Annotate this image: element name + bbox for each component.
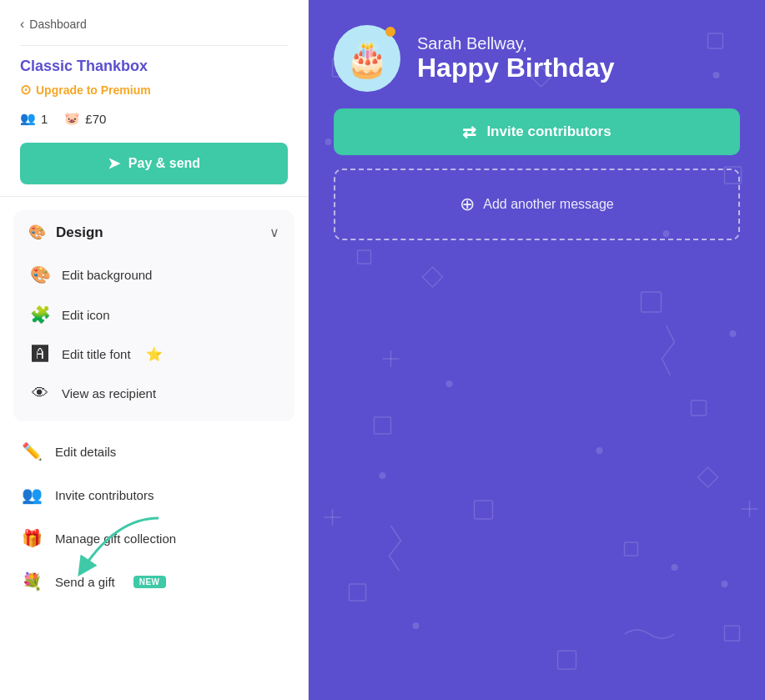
manage-gift-icon: 🎁 bbox=[20, 528, 43, 548]
design-section-header[interactable]: 🎨 Design ∨ bbox=[13, 210, 294, 254]
svg-marker-32 bbox=[698, 467, 718, 487]
sidebar-header: ‹ Dashboard Classic Thankbox ⊙ Upgrade t… bbox=[0, 0, 308, 197]
main-header: 🎂 Sarah Bellway, Happy Birthday bbox=[309, 0, 765, 108]
svg-rect-7 bbox=[475, 501, 493, 519]
sidebar-nav: ✏️ Edit details 👥 Invite contributors 🎁 … bbox=[0, 421, 308, 612]
design-item-edit-background[interactable]: 🎨 Edit background bbox=[13, 254, 294, 295]
premium-star-icon: ⭐ bbox=[146, 346, 163, 362]
svg-point-21 bbox=[325, 138, 332, 145]
contributors-stat: 👥 1 bbox=[20, 111, 48, 126]
send-a-gift-label: Send a gift bbox=[55, 575, 115, 589]
svg-rect-6 bbox=[692, 400, 707, 415]
header-text: Sarah Bellway, Happy Birthday bbox=[417, 34, 614, 83]
pay-send-label: Pay & send bbox=[128, 156, 200, 171]
design-item-edit-title-font[interactable]: 🅰 Edit title font ⭐ bbox=[13, 335, 294, 374]
sidebar: ‹ Dashboard Classic Thankbox ⊙ Upgrade t… bbox=[0, 0, 309, 700]
svg-marker-31 bbox=[423, 267, 443, 287]
plus-icon: ⊕ bbox=[460, 194, 475, 215]
svg-point-24 bbox=[730, 330, 737, 337]
svg-point-25 bbox=[380, 472, 386, 479]
upgrade-label: Upgrade to Premium bbox=[36, 83, 151, 97]
invite-btn-label: Invite contributors bbox=[486, 123, 611, 140]
add-message-label: Add another message bbox=[483, 197, 614, 212]
piggy-icon: 🐷 bbox=[64, 111, 80, 126]
send-icon: ➤ bbox=[108, 154, 120, 173]
svg-rect-4 bbox=[642, 292, 662, 312]
design-items: 🎨 Edit background 🧩 Edit icon 🅰 Edit tit… bbox=[13, 254, 294, 421]
nav-item-invite-contributors[interactable]: 👥 Invite contributors bbox=[0, 473, 308, 516]
edit-details-icon: ✏️ bbox=[20, 441, 43, 461]
premium-icon: ⊙ bbox=[20, 82, 31, 98]
nav-item-send-a-gift[interactable]: 💐 Send a gift NEW bbox=[0, 560, 308, 603]
manage-gift-label: Manage gift collection bbox=[55, 531, 176, 546]
edit-background-label: Edit background bbox=[62, 268, 152, 282]
invite-contributors-label: Invite contributors bbox=[55, 488, 154, 502]
design-section-card: 🎨 Design ∨ 🎨 Edit background 🧩 Edit icon… bbox=[13, 210, 294, 421]
svg-point-26 bbox=[596, 447, 603, 454]
pay-send-button[interactable]: ➤ Pay & send bbox=[20, 143, 288, 184]
svg-point-28 bbox=[413, 622, 420, 629]
birthday-icon-circle: 🎂 bbox=[334, 25, 400, 92]
edit-icon-label: Edit icon bbox=[62, 308, 110, 322]
svg-rect-11 bbox=[558, 651, 576, 669]
amount-stat: 🐷 £70 bbox=[64, 111, 106, 126]
recipient-title: Happy Birthday bbox=[417, 53, 614, 83]
chevron-down-icon: ∨ bbox=[269, 224, 279, 240]
edit-title-font-label: Edit title font bbox=[62, 347, 131, 361]
invite-contributors-button[interactable]: ⇄ Invite contributors bbox=[334, 108, 740, 155]
main-content: 🎂 Sarah Bellway, Happy Birthday ⇄ Invite… bbox=[309, 0, 765, 700]
svg-rect-5 bbox=[375, 417, 391, 434]
design-item-edit-icon[interactable]: 🧩 Edit icon bbox=[13, 295, 294, 335]
birthday-icon-dot bbox=[385, 27, 395, 37]
share-icon: ⇄ bbox=[462, 122, 476, 142]
edit-background-icon: 🎨 bbox=[30, 264, 50, 285]
palette-icon: 🎨 bbox=[28, 224, 46, 241]
stats-row: 👥 1 🐷 £70 bbox=[20, 111, 288, 126]
back-link[interactable]: ‹ Dashboard bbox=[20, 17, 288, 32]
design-label: Design bbox=[56, 224, 103, 241]
nav-item-manage-gift-collection[interactable]: 🎁 Manage gift collection bbox=[0, 516, 308, 560]
nav-item-edit-details[interactable]: ✏️ Edit details bbox=[0, 430, 308, 473]
edit-icon-icon: 🧩 bbox=[30, 305, 50, 325]
design-item-view-as-recipient[interactable]: 👁 View as recipient bbox=[13, 374, 294, 413]
edit-title-font-icon: 🅰 bbox=[30, 345, 50, 364]
view-as-recipient-label: View as recipient bbox=[62, 386, 156, 400]
send-gift-icon: 💐 bbox=[20, 572, 43, 592]
svg-rect-8 bbox=[625, 542, 638, 556]
design-section-header-left: 🎨 Design bbox=[28, 224, 103, 241]
edit-details-label: Edit details bbox=[55, 445, 116, 459]
amount-value: £70 bbox=[85, 112, 106, 126]
recipient-greeting: Sarah Bellway, bbox=[417, 34, 614, 53]
contributors-icon: 👥 bbox=[20, 111, 36, 126]
svg-point-29 bbox=[722, 581, 728, 587]
view-recipient-icon: 👁 bbox=[30, 384, 50, 403]
back-label: Dashboard bbox=[29, 18, 87, 31]
invite-contributors-icon: 👥 bbox=[20, 485, 43, 505]
app-title: Classic Thankbox bbox=[20, 58, 288, 75]
svg-rect-9 bbox=[350, 584, 366, 601]
add-message-box[interactable]: ⊕ Add another message bbox=[334, 169, 740, 240]
svg-point-23 bbox=[446, 380, 453, 387]
new-badge: NEW bbox=[133, 576, 166, 588]
upgrade-link[interactable]: ⊙ Upgrade to Premium bbox=[20, 82, 288, 98]
contributors-count: 1 bbox=[41, 112, 48, 126]
svg-rect-3 bbox=[358, 250, 371, 264]
back-chevron-icon: ‹ bbox=[20, 17, 24, 32]
svg-point-27 bbox=[672, 564, 678, 571]
svg-rect-10 bbox=[725, 626, 740, 641]
